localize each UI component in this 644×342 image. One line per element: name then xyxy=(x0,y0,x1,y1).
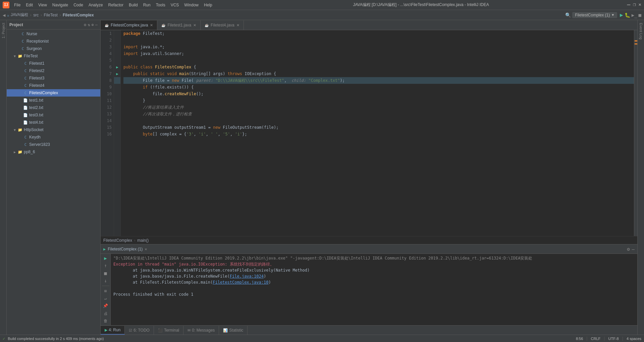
panel-gear-icon[interactable]: ⚙ xyxy=(84,22,86,27)
code-line-14 xyxy=(123,117,634,124)
run-trash-button[interactable]: 🗑 xyxy=(102,318,109,324)
tab-statistic[interactable]: 📊 Statistic xyxy=(219,326,248,335)
structure-tab[interactable]: 1: Project xyxy=(0,20,6,41)
tree-item-filetest4[interactable]: C Filetest4 xyxy=(7,82,100,89)
code-line-13: //再次读取文件，进行检查 xyxy=(123,111,634,117)
run-output-line-6 xyxy=(113,285,635,291)
tab-close-filetest4[interactable]: ✕ xyxy=(236,23,239,27)
tree-item-filetestcomplex[interactable]: C FiletestComplex xyxy=(7,89,100,97)
breadcrumb-current: FiletestComplex xyxy=(63,13,94,17)
structure-sidebar: 1: Project xyxy=(0,20,7,335)
tab-filetestcomplex[interactable]: ☕ FiletestComplex.java ✕ xyxy=(101,20,157,30)
maximize-button[interactable]: ❐ xyxy=(633,2,636,8)
breadcrumb-src[interactable]: src xyxy=(33,13,39,17)
tab-filetest4[interactable]: ☕ Filetest4.java ✕ xyxy=(201,20,244,30)
run-button[interactable]: ▶ xyxy=(620,12,623,18)
run-wrap-button[interactable]: ↵ xyxy=(102,295,109,301)
menu-navigate[interactable]: Navigate xyxy=(50,2,71,8)
status-bar: ✓ Build completed successfully in 2 s 40… xyxy=(0,335,644,342)
tree-item-receptionist[interactable]: C Receptionist xyxy=(7,38,100,45)
tab-close-filetestcomplex[interactable]: ✕ xyxy=(150,23,153,27)
run-grid-button[interactable]: ⊞ xyxy=(102,288,109,294)
tree-item-nurse[interactable]: C Nurse xyxy=(7,30,100,38)
tree-item-filetest-folder[interactable]: ▼ 📁 FileTest xyxy=(7,52,100,60)
menu-file[interactable]: File xyxy=(11,2,23,8)
tree-item-test3txt[interactable]: 📄 test3.txt xyxy=(7,111,100,119)
scrollbar-indicator[interactable] xyxy=(634,30,637,236)
panel-expand-icon[interactable]: ⊕ xyxy=(92,22,94,27)
search-everywhere-icon[interactable]: 🔍 xyxy=(565,12,571,18)
tree-item-filetest3[interactable]: C Filetest3 xyxy=(7,74,100,82)
breadcrumb-sep2: › xyxy=(40,13,42,17)
tree-item-server1823[interactable]: C Server1823 xyxy=(7,141,100,148)
tree-label-filetest1: Filetest1 xyxy=(29,61,44,66)
run-print-button[interactable]: 🖨 xyxy=(102,310,109,316)
run-output-line-1: "D:\IDEA安装处\IntelliJ IDEA Community Edit… xyxy=(113,255,635,261)
run-up-button[interactable]: ↑ xyxy=(102,263,109,269)
tree-item-test4txt[interactable]: 📄 test4.txt xyxy=(7,119,100,126)
tab-close-filetest1[interactable]: ✕ xyxy=(193,23,196,27)
menu-refactor[interactable]: Refactor xyxy=(106,2,126,8)
editor-bc-sep: › xyxy=(133,238,136,243)
status-line-ending[interactable]: CRLF xyxy=(591,337,601,341)
tree-label-nurse: Nurse xyxy=(26,32,37,36)
run-output[interactable]: "D:\IDEA安装处\IntelliJ IDEA Community Edit… xyxy=(111,254,637,325)
run-toolbar: ▶ ↑ ■ ↓ ⊞ ↵ 📌 🖨 🗑 xyxy=(101,254,111,325)
run-stop-button[interactable]: ■ xyxy=(102,270,109,276)
stop-button[interactable]: ■ xyxy=(639,12,641,18)
breadcrumb-java[interactable]: JAVA编程 xyxy=(11,12,28,18)
run-pin-button[interactable]: 📌 xyxy=(102,303,109,309)
code-line-12: //将运算结果读入文件 xyxy=(123,104,634,111)
panel-sort-icon[interactable]: ⇅ xyxy=(88,22,90,27)
menu-tools[interactable]: Tools xyxy=(153,2,168,8)
tree-item-test2txt[interactable]: 📄 test2.txt xyxy=(7,104,100,111)
panel-collapse-icon[interactable]: — xyxy=(95,22,98,27)
tree-item-httpsocket-folder[interactable]: ▼ 📁 HttpSocket xyxy=(7,126,100,133)
code-line-11: } xyxy=(123,97,634,104)
tree-item-surgeon[interactable]: C Surgeon xyxy=(7,45,100,52)
tab-run[interactable]: ▶ 4: Run xyxy=(101,326,125,335)
debug-button[interactable]: 🐛 xyxy=(625,12,630,18)
minimize-button[interactable]: ─ xyxy=(627,2,630,8)
menu-build[interactable]: Build xyxy=(126,2,141,8)
run-down-button[interactable]: ↓ xyxy=(102,278,109,284)
nav-back-icon[interactable]: ◀ xyxy=(3,12,5,18)
menu-code[interactable]: Code xyxy=(71,2,86,8)
menu-edit[interactable]: Edit xyxy=(23,2,36,8)
tree-item-filetest1[interactable]: C Filetest1 xyxy=(7,60,100,67)
menu-vcs[interactable]: VCS xyxy=(168,2,182,8)
menu-view[interactable]: View xyxy=(36,2,50,8)
project-panel: Project ⚙ ⇅ ⊕ — C Nurse C Receptionist C… xyxy=(7,20,101,335)
run-header-close[interactable]: ✕ xyxy=(145,247,147,251)
tree-item-pp8-folder[interactable]: ▶ 📁 pp8_6 xyxy=(7,148,100,156)
menu-help[interactable]: Help xyxy=(201,2,215,8)
tab-todo[interactable]: ☑ 6: TODO xyxy=(125,326,154,335)
run-play-button[interactable]: ▶ xyxy=(102,255,109,261)
run-minimize-icon[interactable]: — xyxy=(632,246,635,252)
panel-title: Project xyxy=(9,22,83,27)
tree-item-keydh[interactable]: C Keydh xyxy=(7,133,100,141)
editor-bc-main[interactable]: main() xyxy=(137,238,149,243)
menu-run[interactable]: Run xyxy=(141,2,153,8)
run-output-line-5: at FileTest.FiletestComplex.main(Filetes… xyxy=(113,279,635,285)
tree-item-filetest2[interactable]: C Filetest2 xyxy=(7,67,100,74)
menu-window[interactable]: Window xyxy=(181,2,201,8)
editor-bc-filetestcomplex[interactable]: FiletestComplex xyxy=(103,238,132,243)
tab-terminal[interactable]: ⬛ Terminal xyxy=(154,326,183,335)
coverage-button[interactable]: ▶̲ xyxy=(632,12,637,18)
status-indent[interactable]: 4 spaces xyxy=(627,337,641,341)
close-button[interactable]: ✕ xyxy=(639,2,641,8)
code-content[interactable]: package FileTest; import java.io.*; impo… xyxy=(121,30,634,236)
tab-messages[interactable]: ✉ 0: Messages xyxy=(183,326,219,335)
tree-item-test1txt[interactable]: 📄 test1.txt xyxy=(7,97,100,104)
tab-filetest1[interactable]: ☕ Filetest1.java ✕ xyxy=(157,20,201,30)
run-config-selector[interactable]: FiletestComplex (1) ▼ xyxy=(572,12,617,18)
tab-icon-filetest4: ☕ xyxy=(205,23,209,27)
breadcrumb-filetest[interactable]: FileTest xyxy=(44,13,57,17)
event-log-tab[interactable]: Event Log xyxy=(638,20,644,42)
run-settings-icon[interactable]: ⚙ xyxy=(627,246,630,252)
menu-analyze[interactable]: Analyze xyxy=(86,2,106,8)
tree-label-httpsocket: HttpSocket xyxy=(24,127,44,132)
code-line-1: package FileTest; xyxy=(123,30,634,37)
status-encoding[interactable]: UTF-8 xyxy=(608,337,619,341)
